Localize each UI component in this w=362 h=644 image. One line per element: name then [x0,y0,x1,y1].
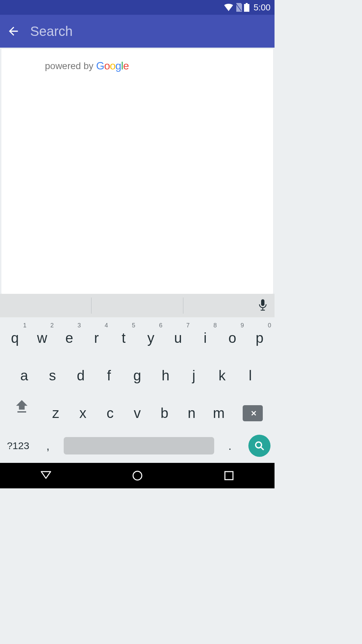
comma-key[interactable]: , [35,439,61,452]
space-key[interactable] [64,437,214,454]
shift-key[interactable] [1,397,42,429]
svg-point-8 [256,442,262,448]
backspace-icon [243,405,263,421]
no-sim-icon [235,3,242,12]
wifi-icon [224,4,233,11]
keyboard-row-1: 1q 2w 3e 4r 5t 6y 7u 8i 9o 0p [0,319,275,357]
key-d[interactable]: d [67,360,95,392]
key-j[interactable]: j [180,360,208,392]
screen: 5:00 Search powered by Google 1q [0,0,275,488]
key-a[interactable]: a [10,360,38,392]
symbols-key[interactable]: ?123 [1,440,35,451]
mic-icon[interactable] [258,299,268,312]
soft-keyboard: 1q 2w 3e 4r 5t 6y 7u 8i 9o 0p a s d f g … [0,317,275,463]
content-area: powered by Google [0,48,275,294]
key-z[interactable]: z [42,397,69,429]
key-s[interactable]: s [38,360,66,392]
key-t[interactable]: 5t [110,322,137,354]
svg-rect-11 [225,472,233,480]
nav-home-button[interactable] [130,468,145,483]
powered-by-text: powered by [45,61,94,71]
system-nav-bar [0,463,275,488]
svg-line-9 [261,447,264,450]
key-k[interactable]: k [208,360,236,392]
keyboard-row-3: z x c v b n m [0,394,275,432]
svg-point-10 [133,471,142,480]
key-f[interactable]: f [95,360,123,392]
search-icon [254,441,264,451]
key-e[interactable]: 3e [56,322,83,354]
clock-text: 5:00 [253,2,270,13]
keyboard-row-4: ?123 , . [0,432,275,463]
suggestion-slot[interactable] [92,296,183,315]
caps-indicator [17,411,26,413]
svg-rect-1 [246,3,248,4]
key-g[interactable]: g [123,360,151,392]
key-y[interactable]: 6y [137,322,164,354]
key-u[interactable]: 7u [165,322,192,354]
keyboard-row-2: a s d f g h j k l [0,357,275,394]
status-bar: 5:00 [0,0,275,15]
google-logo: Google [96,60,129,72]
app-bar: Search [0,15,275,48]
key-n[interactable]: n [178,397,205,429]
results-card: powered by Google [1,49,273,294]
search-input[interactable]: Search [30,24,73,39]
key-i[interactable]: 8i [192,322,219,354]
key-l[interactable]: l [236,360,264,392]
key-w[interactable]: 2w [28,322,56,354]
suggestion-slot[interactable] [0,296,91,315]
key-q[interactable]: 1q [1,322,28,354]
key-p[interactable]: 0p [246,322,273,354]
keyboard-suggestion-strip [0,294,275,317]
key-o[interactable]: 9o [219,322,246,354]
key-x[interactable]: x [69,397,97,429]
back-arrow-icon[interactable] [7,24,20,38]
svg-rect-3 [261,299,264,306]
key-r[interactable]: 4r [83,322,110,354]
key-v[interactable]: v [124,397,151,429]
nav-back-button[interactable] [39,468,53,483]
key-h[interactable]: h [152,360,180,392]
key-c[interactable]: c [97,397,124,429]
svg-rect-2 [244,4,249,12]
powered-by-label: powered by Google [45,60,273,72]
search-action-key[interactable] [248,435,270,457]
backspace-key[interactable] [232,397,273,429]
key-m[interactable]: m [205,397,232,429]
nav-recents-button[interactable] [222,468,236,483]
period-key[interactable]: . [217,439,243,452]
key-b[interactable]: b [151,397,178,429]
battery-icon [244,3,249,12]
